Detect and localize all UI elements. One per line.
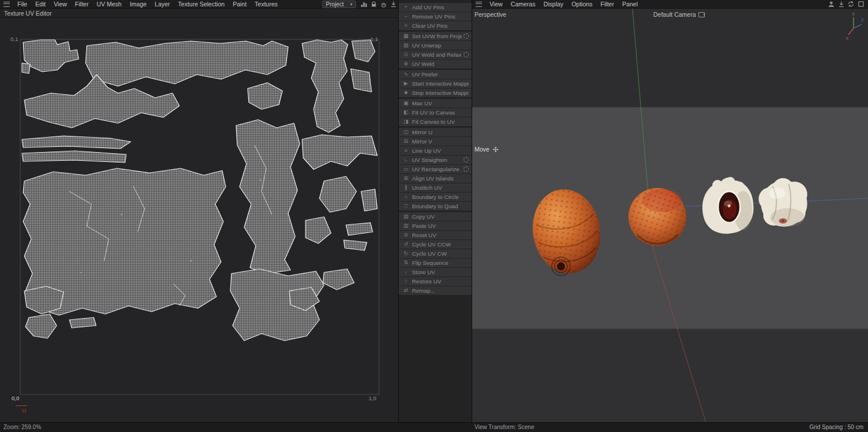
hamburger-icon[interactable]: [3, 2, 10, 7]
cycle-cw-icon: ↻: [402, 249, 410, 258]
viewport-view-label[interactable]: Perspective: [475, 11, 506, 18]
uv-command-label: Unstitch UV: [412, 184, 469, 191]
uv-command-mirror-v[interactable]: ⊟Mirror V: [399, 137, 472, 146]
menu-item-texture-selection[interactable]: Texture Selection: [174, 0, 229, 9]
gear-icon[interactable]: [464, 52, 469, 57]
project-dropdown[interactable]: Project ▾: [322, 1, 356, 8]
menu-item-view[interactable]: View: [50, 0, 71, 9]
uv-command-cycle-uv-ccw[interactable]: ↺Cycle UV CCW: [399, 240, 472, 249]
uv-command-store-uv[interactable]: ↓Store UV: [399, 268, 472, 276]
uv-command-line-up-uv[interactable]: ≡Line Up UV: [399, 146, 472, 155]
menu-item-filter[interactable]: Filter: [71, 0, 93, 9]
boundary-circle-icon: ○: [402, 193, 410, 201]
uv-command-boundary-to-circle[interactable]: ○Boundary to Circle: [399, 193, 472, 201]
uv-command-label: UV Straighten: [412, 157, 462, 163]
download-icon[interactable]: [389, 0, 398, 8]
uv-corner-top-right: 1,1: [370, 36, 378, 42]
uv-command-unstitch-uv[interactable]: ∦Unstitch UV: [399, 183, 472, 192]
align-islands-icon: ⊞: [402, 174, 410, 183]
uv-command-group: ◫Mirror U⊟Mirror V≡Line Up UV∟UV Straigh…: [399, 128, 472, 211]
uv-command-fit-uv-to-canvas[interactable]: ◧Fit UV to Canvas: [399, 108, 472, 117]
uv-command-fit-canvas-to-uv[interactable]: ◨Fit Canvas to UV: [399, 117, 472, 126]
uv-command-align-uv-islands[interactable]: ⊞Align UV Islands: [399, 174, 472, 183]
uv-command-group: ▤Copy UV▥Paste UV⊘Reset UV↺Cycle UV CCW↻…: [399, 212, 472, 295]
uv-command-reset-uv[interactable]: ⊘Reset UV: [399, 231, 472, 239]
axis-y-label: Y: [852, 12, 855, 17]
hand-icon[interactable]: [379, 0, 388, 8]
menu-item-options[interactable]: Options: [568, 0, 597, 9]
uv-command-copy-uv[interactable]: ▤Copy UV: [399, 212, 472, 221]
new-window-icon[interactable]: [856, 0, 865, 8]
hamburger-icon[interactable]: [476, 2, 482, 7]
project-dropdown-value: Project: [326, 1, 344, 8]
uv-command-label: Paste UV: [412, 223, 469, 229]
uv-command-cycle-uv-cw[interactable]: ↻Cycle UV CW: [399, 249, 472, 258]
menu-item-view[interactable]: View: [486, 0, 507, 9]
menu-item-filter[interactable]: Filter: [597, 0, 618, 9]
uv-command-remap[interactable]: ⇄Remap...: [399, 286, 472, 295]
gear-icon[interactable]: [464, 34, 469, 39]
weld-relax-icon: ⊙: [402, 50, 410, 59]
menu-item-paint[interactable]: Paint: [229, 0, 251, 9]
uv-commands-panel: +Add UV Pins−Remove UV Pins×Clear UV Pin…: [398, 0, 472, 423]
uv-command-label: UV Peeler: [412, 71, 469, 77]
uv-command-uv-unwrap[interactable]: ▧UV Unwrap: [399, 41, 472, 50]
menu-item-layer[interactable]: Layer: [150, 0, 174, 9]
gear-icon[interactable]: [464, 167, 469, 172]
menu-item-display[interactable]: Display: [539, 0, 567, 9]
viewport-menu-items: ViewCamerasDisplayOptionsFilterPanel: [486, 0, 642, 9]
menu-item-image[interactable]: Image: [126, 0, 150, 9]
user-icon[interactable]: [827, 0, 836, 8]
uv-command-label: Mirror U: [412, 129, 469, 135]
uv-command-clear-uv-pins[interactable]: ×Clear UV Pins: [399, 21, 472, 30]
uv-corner-bottom-right: 1,0: [369, 395, 376, 401]
uv-command-label: Boundary to Circle: [412, 194, 469, 200]
uv-command-set-uvw-from-projection[interactable]: ▦Set UVW from Projection: [399, 32, 472, 40]
histogram-icon[interactable]: [359, 0, 368, 8]
lock-icon[interactable]: [369, 0, 378, 8]
uv-canvas[interactable]: 0,1 1,1 0,0 1,0 U: [0, 18, 398, 423]
menu-item-textures[interactable]: Textures: [251, 0, 282, 9]
menu-item-panel[interactable]: Panel: [618, 0, 642, 9]
uv-command-max-uv[interactable]: ▣Max UV: [399, 99, 472, 108]
line-up-icon: ≡: [402, 146, 410, 155]
uv-command-label: Fit UV to Canvas: [412, 109, 469, 116]
uv-command-uv-weld-and-relax[interactable]: ⊙UV Weld and Relax: [399, 50, 472, 59]
uv-command-label: UV Unwrap: [412, 42, 469, 49]
uv-command-paste-uv[interactable]: ▥Paste UV: [399, 221, 472, 230]
uv-command-uv-rectangularize[interactable]: ▭UV Rectangularize: [399, 165, 472, 173]
menu-item-file[interactable]: File: [13, 0, 31, 9]
menu-item-edit[interactable]: Edit: [31, 0, 50, 9]
uv-command-label: Fit Canvas to UV: [412, 119, 469, 125]
uv-command-stop-interactive-mapping[interactable]: ■Stop Interactive Mapping: [399, 88, 472, 97]
uv-command-group: ▣Max UV◧Fit UV to Canvas◨Fit Canvas to U…: [399, 99, 472, 126]
uv-command-uv-peeler[interactable]: ∿UV Peeler: [399, 70, 472, 79]
uv-command-label: Clear UV Pins: [412, 23, 469, 29]
uv-command-remove-uv-pins[interactable]: −Remove UV Pins: [399, 12, 472, 21]
uv-command-add-uv-pins[interactable]: +Add UV Pins: [399, 3, 472, 12]
uv-command-label: Cycle UV CCW: [412, 241, 469, 248]
uv-command-group: ∿UV Peeler▶Start Interactive Mapping■Sto…: [399, 70, 472, 97]
uv-command-label: Set UVW from Projection: [412, 33, 462, 39]
uv-command-label: Start Interactive Mapping: [412, 80, 469, 87]
menu-item-cameras[interactable]: Cameras: [507, 0, 540, 9]
uv-command-uv-straighten[interactable]: ∟UV Straighten: [399, 156, 472, 164]
uv-command-start-interactive-mapping[interactable]: ▶Start Interactive Mapping: [399, 79, 472, 88]
import-icon[interactable]: [837, 0, 845, 8]
gear-icon[interactable]: [464, 157, 469, 163]
viewport-camera-label[interactable]: Default Camera: [653, 11, 705, 18]
uv-command-flip-sequence[interactable]: ⇅Flip Sequence: [399, 259, 472, 267]
uv-command-uv-weld[interactable]: ⊕UV Weld: [399, 60, 472, 68]
uv-command-boundary-to-quad[interactable]: □Boundary to Quad: [399, 202, 472, 211]
sync-icon[interactable]: [847, 0, 855, 8]
uv-command-mirror-u[interactable]: ◫Mirror U: [399, 128, 472, 136]
uv-command-label: Flip Sequence: [412, 260, 469, 266]
straighten-icon: ∟: [402, 156, 410, 164]
viewport-panel[interactable]: Perspective Default Camera Move Y Z X: [472, 9, 868, 423]
uv-command-group: ▦Set UVW from Projection▧UV Unwrap⊙UV We…: [399, 32, 472, 68]
uv-command-restore-uv[interactable]: ↑Restore UV: [399, 277, 472, 286]
tool-hint: Move: [475, 146, 499, 153]
remap-icon: ⇄: [402, 286, 410, 295]
uv-command-label: UV Weld and Relax: [412, 51, 462, 58]
menu-item-uv-mesh[interactable]: UV Mesh: [93, 0, 126, 9]
